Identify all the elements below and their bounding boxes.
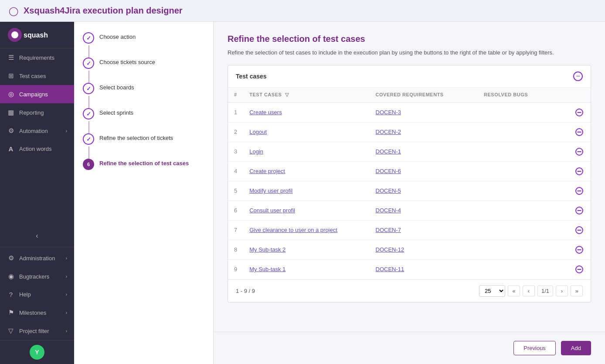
requirement-link[interactable]: DOCEN-5 <box>376 187 401 194</box>
test-case-link[interactable]: Give clearance to user on a project <box>249 227 337 233</box>
automation-chevron: › <box>66 129 67 133</box>
collapse-icon: ‹ <box>36 232 38 240</box>
test-cases-icon: ⊞ <box>7 72 15 80</box>
sidebar-item-administration[interactable]: ⚙ Administration › <box>0 249 74 267</box>
requirement-link[interactable]: DOCEN-11 <box>376 266 404 272</box>
wizard-step-refine-test-cases[interactable]: 6 Refine the selection of test cases <box>83 159 204 172</box>
row-remove-button[interactable] <box>574 225 585 235</box>
row-remove-button[interactable] <box>574 107 585 118</box>
row-requirement: DOCEN-6 <box>370 161 478 181</box>
sidebar-label-project-filter: Project filter <box>19 328 49 334</box>
sidebar-item-campaigns[interactable]: ◎ Campaigns <box>0 85 74 103</box>
sidebar-item-test-cases[interactable]: ⊞ Test cases <box>0 67 74 85</box>
requirement-link[interactable]: DOCEN-4 <box>376 207 401 214</box>
sidebar-label-campaigns: Campaigns <box>19 91 48 98</box>
row-bugs <box>478 201 568 220</box>
wizard-step-select-boards[interactable]: Select boards <box>83 83 204 96</box>
row-remove-button[interactable] <box>574 186 585 196</box>
row-remove-button[interactable] <box>574 245 585 255</box>
row-requirement: DOCEN-2 <box>370 122 478 142</box>
row-remove-button[interactable] <box>574 127 585 137</box>
test-case-link[interactable]: Create project <box>249 168 285 174</box>
page-prev-button[interactable]: ‹ <box>523 286 535 296</box>
row-remove-button[interactable] <box>574 166 585 177</box>
row-remove-button[interactable] <box>574 146 585 157</box>
project-filter-chevron: › <box>66 329 67 333</box>
previous-button[interactable]: Previous <box>513 341 556 355</box>
test-case-link[interactable]: Login <box>249 148 263 155</box>
minus-circle-icon <box>575 187 583 195</box>
row-requirement: DOCEN-12 <box>370 240 478 259</box>
test-case-link[interactable]: My Sub-task 1 <box>249 266 286 272</box>
sidebar-item-action-words[interactable]: A Action words <box>0 140 74 158</box>
sidebar-item-project-filter[interactable]: ▽ Project filter › <box>0 322 74 340</box>
step-connector-1 <box>88 45 89 58</box>
row-requirement: DOCEN-11 <box>370 259 478 279</box>
sidebar-label-milestones: Milestones <box>19 310 46 316</box>
row-requirement: DOCEN-1 <box>370 142 478 161</box>
sidebar-item-reporting[interactable]: ▦ Reporting <box>0 103 74 122</box>
sidebar-label-test-cases: Test cases <box>19 73 46 79</box>
row-bugs <box>478 240 568 259</box>
requirement-link[interactable]: DOCEN-2 <box>376 129 401 135</box>
logo: squash <box>0 22 74 48</box>
table-row: 9 My Sub-task 1 DOCEN-11 <box>228 259 591 279</box>
avatar[interactable]: Y <box>30 345 44 360</box>
step-circle-5 <box>83 133 94 145</box>
remove-all-button[interactable] <box>573 71 583 81</box>
back-button[interactable]: ◯ <box>9 6 18 16</box>
requirement-link[interactable]: DOCEN-6 <box>376 168 401 174</box>
test-cases-card: Test cases # TEST CASES ▽ <box>228 65 591 303</box>
administration-chevron: › <box>66 256 67 261</box>
test-case-link[interactable]: My Sub-task 2 <box>249 246 286 253</box>
page-current: 1/1 <box>537 286 553 296</box>
sidebar-item-automation[interactable]: ⚙ Automation › <box>0 122 74 140</box>
sidebar: squash ☰ Requirements ⊞ Test cases ◎ Cam… <box>0 22 74 364</box>
wizard-step-refine-tickets[interactable]: Refine the selection of tickets <box>83 133 204 146</box>
row-remove-button[interactable] <box>574 264 585 275</box>
test-cases-table: # TEST CASES ▽ COVERED REQUIREMENTS RESO… <box>228 88 591 279</box>
campaigns-icon: ◎ <box>7 90 15 98</box>
sidebar-item-requirements[interactable]: ☰ Requirements <box>0 48 74 67</box>
bottom-actions: Previous Add <box>214 332 605 364</box>
sidebar-label-help: Help <box>19 291 31 298</box>
requirement-link[interactable]: DOCEN-12 <box>376 246 404 253</box>
col-header-covered-req: COVERED REQUIREMENTS <box>370 88 478 102</box>
row-num: 4 <box>228 161 243 181</box>
pagination-controls: 25 50 100 « ‹ 1/1 › » <box>479 285 583 297</box>
test-case-link[interactable]: Modify user profil <box>249 187 292 194</box>
requirement-link[interactable]: DOCEN-7 <box>376 227 401 233</box>
table-row: 1 Create users DOCEN-3 <box>228 102 591 122</box>
row-bugs <box>478 142 568 161</box>
page-first-button[interactable]: « <box>508 286 520 296</box>
requirement-link[interactable]: DOCEN-3 <box>376 109 401 116</box>
minus-circle-icon <box>575 207 583 214</box>
content-area: Choose action Choose tickets source Sele… <box>74 22 605 364</box>
requirement-link[interactable]: DOCEN-1 <box>376 148 401 155</box>
row-remove <box>568 220 591 240</box>
sidebar-item-milestones[interactable]: ⚑ Milestones › <box>0 303 74 322</box>
wizard-step-select-sprints[interactable]: Select sprints <box>83 108 204 121</box>
row-requirement: DOCEN-7 <box>370 220 478 240</box>
add-button[interactable]: Add <box>561 341 591 355</box>
test-case-link[interactable]: Logout <box>249 129 267 135</box>
row-num: 9 <box>228 259 243 279</box>
sidebar-item-help[interactable]: ? Help › <box>0 286 74 303</box>
sidebar-item-collapse[interactable]: ‹ <box>0 227 74 245</box>
minus-circle-icon <box>575 167 583 175</box>
page-next-button[interactable]: › <box>556 286 568 296</box>
milestones-chevron: › <box>66 310 67 315</box>
row-test-case: Give clearance to user on a project <box>243 220 369 240</box>
wizard-step-choose-tickets[interactable]: Choose tickets source <box>83 58 204 71</box>
page-last-button[interactable]: » <box>571 286 583 296</box>
test-case-link[interactable]: Consult user profil <box>249 207 295 214</box>
per-page-select[interactable]: 25 50 100 <box>479 285 505 297</box>
row-remove <box>568 240 591 259</box>
test-case-link[interactable]: Create users <box>249 109 282 116</box>
filter-icon[interactable]: ▽ <box>285 92 289 97</box>
wizard-panel: Choose action Choose tickets source Sele… <box>74 22 214 364</box>
sidebar-item-bugtrackers[interactable]: ◉ Bugtrackers › <box>0 267 74 286</box>
wizard-step-choose-action[interactable]: Choose action <box>83 32 204 45</box>
card-header-title: Test cases <box>236 73 267 80</box>
row-remove-button[interactable] <box>574 205 585 216</box>
